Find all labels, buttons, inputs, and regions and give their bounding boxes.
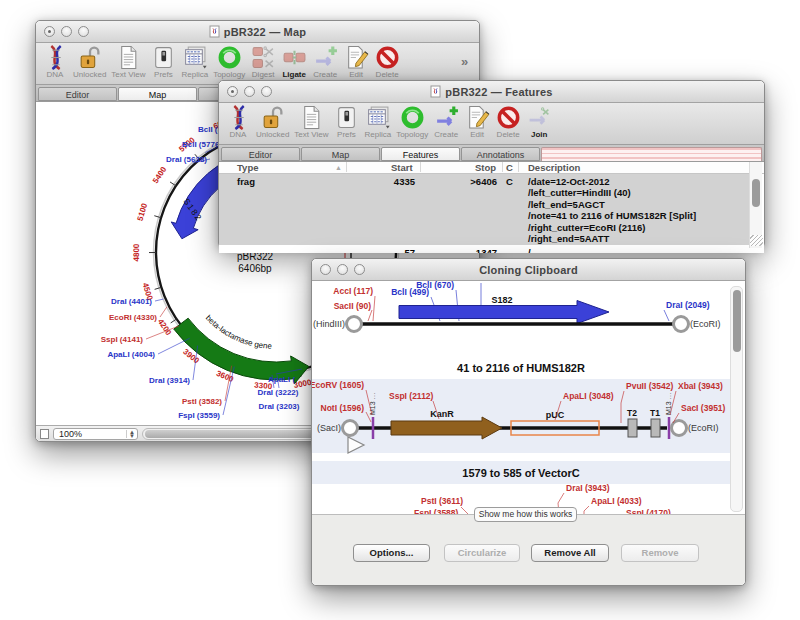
table-row-partial[interactable]: 57 1347 / — [219, 245, 750, 253]
toolbar-button-unlocked[interactable]: Unlocked — [73, 45, 106, 79]
minimize-button[interactable] — [61, 26, 72, 37]
enzyme-label[interactable]: ApaLI (3048) — [563, 391, 614, 401]
page-icon — [40, 429, 49, 439]
enzyme-label[interactable]: BclI (670) — [416, 281, 454, 290]
vertical-scrollbar-thumb[interactable] — [733, 290, 741, 352]
enzyme-label[interactable]: DraI (2049) — [666, 300, 710, 310]
clipboard-constructs: SacII (90)AccI (117)BclI (499)BclI (670)… — [312, 281, 730, 516]
enzyme-label[interactable]: SacII (90) — [334, 301, 371, 311]
toolbar-button-prefs[interactable]: Prefs — [150, 45, 176, 79]
remove-button[interactable]: Remove — [621, 544, 699, 562]
close-button[interactable] — [44, 26, 55, 37]
t2-terminator — [628, 419, 637, 437]
features-table: Type ▲ Start Stop C Description frag 433… — [219, 162, 764, 253]
tab-editor[interactable]: Editor — [221, 147, 300, 161]
toolbar-button-create[interactable]: Create — [433, 105, 459, 139]
enzyme-label[interactable]: PvuII (3542) — [626, 381, 673, 391]
zoom-button[interactable] — [354, 264, 365, 275]
close-button[interactable] — [320, 264, 331, 275]
enzyme-label[interactable]: SacI (3951) — [681, 403, 726, 413]
vertical-scrollbar[interactable] — [730, 286, 743, 512]
toolbar-button-replica[interactable]: Replica — [181, 45, 208, 79]
enzyme-label[interactable]: ApaLI (4033) — [591, 496, 642, 506]
toolbar-button-edit[interactable]: Edit — [343, 45, 369, 79]
column-start: Start — [391, 162, 413, 173]
features-titlebar[interactable]: pBR322 — Features — [219, 81, 764, 103]
zoom-stepper-icon[interactable]: ▲▼ — [126, 430, 135, 438]
tab-editor[interactable]: Editor — [38, 87, 117, 101]
enzyme-label[interactable]: DraI (4401) — [111, 297, 152, 306]
enzyme-label[interactable]: SspI (2112) — [389, 391, 434, 401]
clipboard-drawing: SacII (90)AccI (117)BclI (499)BclI (670)… — [312, 281, 730, 516]
resize-grip[interactable] — [750, 235, 763, 246]
remove-all-button[interactable]: Remove All — [531, 544, 609, 562]
tab-features[interactable]: Features — [381, 147, 460, 161]
toolbar-button-digest[interactable]: Digest — [250, 45, 276, 79]
toolbar-button-edit[interactable]: Edit — [464, 105, 490, 139]
toolbar-button-topology[interactable]: Topology — [213, 45, 245, 79]
edit-icon — [344, 45, 369, 70]
cell-c: C — [506, 176, 513, 187]
enzyme-label[interactable]: PstI (3611) — [421, 496, 463, 506]
window-title: Cloning Clipboard — [479, 264, 578, 276]
show-me-how-button[interactable]: Show me how this works — [474, 507, 577, 522]
enzyme-label[interactable]: DraI (3943) — [566, 483, 610, 493]
toolbar-button-text-view[interactable]: Text View — [111, 45, 145, 79]
svg-text:4800: 4800 — [132, 243, 141, 261]
enzyme-label[interactable]: XbaI (3943) — [678, 381, 723, 391]
zoom-button[interactable] — [78, 26, 89, 37]
toolbar-button-delete[interactable]: Delete — [495, 105, 521, 139]
toolbar-button-dna[interactable]: DNA — [42, 45, 68, 79]
enzyme-label[interactable]: PstI (3582) — [182, 397, 222, 406]
enzyme-label[interactable]: DraI (5638) — [166, 155, 207, 164]
toolbar-button-create[interactable]: Create — [312, 45, 338, 79]
enzyme-label[interactable]: EcoRI (4330) — [109, 313, 157, 322]
zoom-level-select[interactable]: 100% ▲▼ — [53, 428, 138, 440]
clipboard-titlebar[interactable]: Cloning Clipboard — [312, 259, 745, 281]
toolbar-button-delete[interactable]: Delete — [374, 45, 400, 79]
enzyme-label[interactable]: DraI (3203) — [259, 402, 300, 411]
features-toolbar: DNAUnlockedText ViewPrefsReplicaTopology… — [219, 103, 764, 145]
cell-stop: >6406 — [451, 176, 497, 187]
toolbar-button-text-view[interactable]: Text View — [294, 105, 328, 139]
window-title: pBR322 — Map — [224, 26, 306, 38]
fragment-end-circle — [343, 421, 358, 436]
enzyme-label[interactable]: ApaLI ( — [268, 375, 295, 384]
tab-map[interactable]: Map — [301, 147, 380, 161]
clipboard-content[interactable]: SacII (90)AccI (117)BclI (499)BclI (670)… — [312, 281, 745, 516]
lock-open-icon — [77, 45, 102, 70]
minimize-button[interactable] — [244, 86, 255, 97]
toolbar-button-dna[interactable]: DNA — [225, 105, 251, 139]
toolbar-button-join[interactable]: Join — [526, 105, 552, 139]
toolbar-button-ligate[interactable]: Ligate — [281, 45, 307, 79]
toolbar-button-topology[interactable]: Topology — [396, 105, 428, 139]
circularize-button[interactable]: Circularize — [444, 544, 520, 562]
m13-left-label: M13 … — [369, 392, 376, 415]
toolbar-button-prefs[interactable]: Prefs — [333, 105, 359, 139]
features-window: pBR322 — Features DNAUnlockedText ViewPr… — [218, 80, 765, 248]
enzyme-label[interactable]: ApaLI (4004) — [107, 350, 155, 359]
replica-icon — [365, 105, 390, 130]
enzyme-label[interactable]: AccI (117) — [333, 286, 373, 296]
enzyme-label[interactable]: FspI (3559) — [178, 411, 220, 420]
table-row-frag[interactable]: frag 4335 >6406 C /date=12-Oct-2012/left… — [219, 174, 750, 245]
toolbar-button-unlocked[interactable]: Unlocked — [256, 105, 289, 139]
tab-map[interactable]: Map — [118, 87, 197, 101]
enzyme-label[interactable]: DraI (3222) — [258, 388, 299, 397]
vertical-scrollbar-thumb[interactable] — [752, 179, 760, 207]
cell-type: frag — [237, 176, 255, 187]
toolbar-button-replica[interactable]: Replica — [364, 105, 391, 139]
tab-annotations[interactable]: Annotations — [461, 147, 540, 161]
enzyme-label[interactable]: EcoRV (1605) — [312, 380, 364, 390]
zoom-button[interactable] — [261, 86, 272, 97]
enzyme-label[interactable]: NotI (1596) — [321, 403, 365, 413]
features-table-header[interactable]: Type ▲ Start Stop C Description — [219, 162, 764, 174]
toolbar-overflow-chevron[interactable]: » — [461, 54, 468, 69]
enzyme-label[interactable]: DraI (3914) — [149, 376, 190, 385]
minimize-button[interactable] — [337, 264, 348, 275]
enzyme-label[interactable]: SspI (4141) — [101, 335, 144, 344]
fragment-end-circle — [674, 317, 689, 332]
options-button[interactable]: Options... — [353, 544, 430, 562]
close-button[interactable] — [227, 86, 238, 97]
map-titlebar[interactable]: pBR322 — Map — [36, 21, 479, 43]
